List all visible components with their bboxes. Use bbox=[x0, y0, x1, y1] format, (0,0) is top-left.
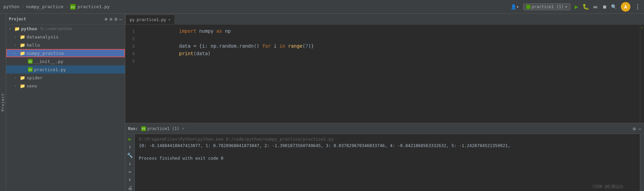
sep2: › bbox=[65, 4, 68, 9]
minimize-icon[interactable]: — bbox=[639, 126, 641, 131]
bottom-tab-icons: ⚙ — bbox=[633, 126, 641, 131]
tree-label-hello: hello bbox=[27, 43, 40, 48]
run-button[interactable]: ▶ bbox=[575, 3, 578, 10]
bottom-panel: Run: py practice1 (1) ✕ ⚙ — ▶ ↑ 🔧 ↓ bbox=[125, 123, 644, 191]
run-play-icon[interactable]: ▶ bbox=[128, 136, 131, 142]
arrow-spider: › bbox=[14, 76, 18, 80]
download-icon[interactable]: ⬇ bbox=[128, 177, 131, 182]
scroll-down-icon[interactable]: ↓ bbox=[128, 161, 131, 166]
tree-label-venv: venv bbox=[27, 83, 37, 89]
editor-area: py practice1.py ✕ 1 import numpy as np bbox=[125, 14, 644, 191]
tree-item-practice1[interactable]: › py practice1.py bbox=[6, 65, 125, 74]
plain-numpy: numpy bbox=[196, 28, 216, 34]
tree-item-dataanalysis[interactable]: › 📁 dataanalysis bbox=[6, 33, 125, 41]
run-tab-name: practice1 (1) bbox=[147, 126, 179, 131]
settings-icon[interactable]: ⚙ bbox=[633, 126, 635, 131]
bottom-tabs: Run: py practice1 (1) ✕ ⚙ — bbox=[125, 123, 644, 134]
wrench-icon[interactable]: 🔧 bbox=[127, 153, 133, 158]
code-line-4: 4 print(data) bbox=[125, 50, 640, 57]
arrow-venv: › bbox=[14, 84, 18, 88]
user-icon[interactable]: 👤▾ bbox=[511, 4, 519, 10]
tree-root-label: python bbox=[21, 26, 37, 31]
project-sidebar-label[interactable]: Project bbox=[0, 14, 6, 191]
file-icon-practice1: py bbox=[28, 67, 33, 72]
folder-icon-numpy: 📁 bbox=[20, 51, 25, 56]
tab-file-icon: py bbox=[130, 17, 134, 22]
print-icon[interactable]: 🖨 bbox=[128, 185, 132, 191]
arrow-hello: › bbox=[14, 43, 18, 47]
tree-label-dataanalysis: dataanalysis bbox=[27, 34, 59, 39]
run-tab-item[interactable]: py practice1 (1) ✕ bbox=[141, 126, 184, 131]
tree-close-icon[interactable]: — bbox=[119, 16, 122, 22]
wrap-icon[interactable]: ⇔ bbox=[128, 169, 131, 174]
step-over-button[interactable]: ⏭ bbox=[593, 4, 598, 10]
file-tree-title: Project bbox=[9, 17, 102, 21]
terminal-cmd-line: D:\ProgarmFiles\Python\python.exe D:/cod… bbox=[139, 136, 636, 143]
code-line-5: 5 bbox=[125, 57, 640, 65]
tree-root-python[interactable]: ▾ 📁 python D:\code\python bbox=[6, 25, 125, 33]
scroll-up-icon[interactable]: ↑ bbox=[128, 144, 131, 150]
breadcrumb-file[interactable]: practice1.py bbox=[78, 4, 110, 9]
tree-settings-icon[interactable]: ⚙ bbox=[114, 16, 117, 22]
right-gutter: ✓ bbox=[640, 25, 644, 123]
tree-label-spider: spider bbox=[27, 75, 43, 80]
run-label: Run: bbox=[128, 126, 138, 131]
line-num-4: 4 bbox=[125, 51, 139, 56]
terminal-exit-line: Process finished with exit code 0 bbox=[139, 155, 636, 162]
breadcrumb: python › numpy_practice › py practice1.p… bbox=[3, 4, 110, 10]
editor-with-gutter: 1 import numpy as np 2 3 data bbox=[125, 25, 644, 123]
editor-tab-practice1[interactable]: py practice1.py ✕ bbox=[125, 15, 175, 24]
plain-np: np bbox=[222, 28, 230, 34]
kw-import: import bbox=[179, 28, 196, 34]
tree-item-spider[interactable]: › 📁 spider bbox=[6, 74, 125, 82]
run-config-dropdown[interactable]: practice1 (1) ▾ bbox=[523, 3, 570, 10]
tree-label-numpy: numpy_practice bbox=[27, 51, 64, 56]
debug-button[interactable]: 🐛 bbox=[582, 3, 589, 10]
file-icon-init: py bbox=[28, 59, 33, 64]
line-num-1: 1 bbox=[125, 29, 139, 34]
code-lines: 1 import numpy as np 2 3 data bbox=[125, 25, 640, 65]
bottom-right-gutter bbox=[640, 134, 644, 191]
gutter-checkmark: ✓ bbox=[641, 25, 643, 30]
line-num-5: 5 bbox=[125, 59, 139, 64]
run-config-chevron: ▾ bbox=[565, 4, 567, 9]
tree-label-init: __init__.py bbox=[34, 59, 63, 64]
breadcrumb-numpy[interactable]: numpy_practice bbox=[26, 4, 64, 9]
avatar[interactable]: A bbox=[621, 2, 630, 12]
search-button[interactable]: 🔍 bbox=[611, 4, 617, 10]
line-content-5 bbox=[139, 58, 640, 64]
terminal-blank-line bbox=[139, 149, 636, 156]
file-tree-toolbar: Project ⊕ ≡ ⚙ — bbox=[6, 14, 125, 25]
line-num-3: 3 bbox=[125, 44, 139, 49]
tab-label: practice1.py bbox=[136, 17, 166, 22]
bottom-content: ▶ ↑ 🔧 ↓ ⇔ ⬇ 🖨 D:\ProgarmFiles\Python\pyt… bbox=[125, 134, 644, 191]
sep1: › bbox=[21, 4, 24, 9]
breadcrumb-python[interactable]: python bbox=[3, 4, 19, 9]
bottom-left-icons: ▶ ↑ 🔧 ↓ ⇔ ⬇ 🖨 bbox=[125, 134, 135, 191]
csdn-watermark: CSDN @红乘以白 bbox=[593, 184, 624, 190]
line-num-2: 2 bbox=[125, 36, 139, 41]
stop-button[interactable]: ⏹ bbox=[602, 4, 607, 10]
folder-icon-venv: 📁 bbox=[20, 83, 25, 89]
tree-item-venv[interactable]: › 📁 venv bbox=[6, 82, 125, 90]
tree-label-practice1: practice1.py bbox=[34, 67, 66, 72]
folder-icon-hello: 📁 bbox=[20, 43, 25, 48]
run-config-label: practice1 (1) bbox=[532, 4, 564, 9]
run-tab-close[interactable]: ✕ bbox=[182, 126, 184, 131]
fn-print: print bbox=[179, 51, 193, 56]
kw-as: as bbox=[216, 28, 222, 34]
collapse-icon[interactable]: ≡ bbox=[110, 16, 112, 22]
terminal-area[interactable]: D:\ProgarmFiles\Python\python.exe D:/cod… bbox=[135, 134, 640, 191]
top-bar: python › numpy_practice › py practice1.p… bbox=[0, 0, 644, 14]
tab-close-button[interactable]: ✕ bbox=[168, 17, 171, 22]
add-file-icon[interactable]: ⊕ bbox=[104, 16, 107, 22]
code-line-1: 1 import numpy as np bbox=[125, 27, 640, 35]
top-right-toolbar: 👤▾ practice1 (1) ▾ ▶ 🐛 ⏭ ⏹ 🔍 A ⋮ bbox=[511, 2, 641, 12]
project-label-text: Project bbox=[1, 93, 5, 111]
more-icon[interactable]: ⋮ bbox=[634, 3, 641, 10]
code-editor[interactable]: 1 import numpy as np 2 3 data bbox=[125, 25, 640, 123]
file-tree-panel: Project ⊕ ≡ ⚙ — ▾ 📁 python D:\code\pytho… bbox=[6, 14, 125, 191]
tree-item-init[interactable]: › py __init__.py bbox=[6, 57, 125, 65]
tree-item-hello[interactable]: › 📁 hello bbox=[6, 41, 125, 49]
tree-item-numpy-practice[interactable]: ▾ 📁 numpy_practice bbox=[6, 49, 125, 57]
